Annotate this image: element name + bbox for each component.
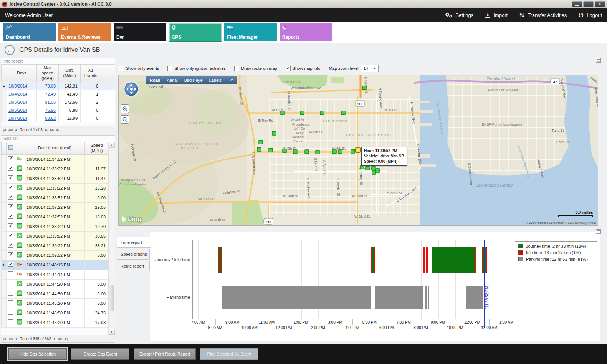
nav-tab-dashboard[interactable]: Dashboard xyxy=(3,23,56,41)
gps-marker[interactable] xyxy=(259,140,263,144)
gps-marker[interactable] xyxy=(320,111,324,115)
gps-row-checkbox[interactable] xyxy=(8,262,13,267)
column-header-datetime[interactable]: Date / hour (local) xyxy=(25,142,85,155)
gps-row-checkbox[interactable] xyxy=(8,243,13,248)
gps-list-row[interactable]: 10/3/2014 11:38:22 PM19.70 xyxy=(2,222,109,231)
chart-maximize-button[interactable] xyxy=(596,229,601,234)
maximize-button[interactable] xyxy=(583,1,594,7)
import-button[interactable]: Import xyxy=(485,12,508,18)
gps-list-row[interactable]: 10/3/2014 11:45:20 PM0.00 xyxy=(2,298,109,308)
gps-row-checkbox[interactable] xyxy=(8,300,13,305)
column-header-max-speed[interactable]: Max speed (MPH) xyxy=(37,65,59,82)
gps-marker[interactable] xyxy=(257,147,261,151)
settings-button[interactable]: Settings xyxy=(444,12,473,18)
day-link[interactable]: 10/6/2014 xyxy=(8,108,27,113)
gps-marker[interactable] xyxy=(305,150,309,154)
checkbox-icon[interactable] xyxy=(119,66,124,71)
close-button[interactable]: × xyxy=(595,1,605,7)
gps-list-row[interactable]: 10/3/2014 11:35:52 PM11.47 xyxy=(2,174,109,183)
map-option-show-map-info[interactable]: Show map info xyxy=(286,66,321,71)
gps-list-row[interactable]: 10/3/2014 11:44:50 PM0.00 xyxy=(2,289,109,298)
day-link[interactable]: 10/4/2014 xyxy=(8,92,27,96)
map-style-aerial-button[interactable]: Aerial xyxy=(167,78,178,83)
max-speed-link[interactable]: 81.05 xyxy=(45,100,56,104)
map-style-road-button[interactable]: Road xyxy=(150,78,160,83)
map-option-show-only-events[interactable]: Show only events xyxy=(119,66,159,71)
gps-marker[interactable] xyxy=(362,86,366,90)
gps-row-checkbox[interactable] xyxy=(8,310,13,315)
map-canvas[interactable]: Crest RdPeck ParkW Summerland AveMirales… xyxy=(119,75,598,226)
gps-row-checkbox[interactable] xyxy=(8,223,13,228)
gps-marker[interactable] xyxy=(372,166,375,170)
gps-marker[interactable] xyxy=(372,170,376,174)
gps-row-checkbox[interactable] xyxy=(8,281,13,286)
pager-next-page-button[interactable]: ▶▶ xyxy=(58,337,62,341)
hide-gps-selection-button[interactable]: Hide Gps Selection xyxy=(8,348,67,360)
column-header-speed[interactable]: Speed (MPH) xyxy=(85,142,109,155)
gps-list-row[interactable]: 10/3/2014 11:39:22 PM33.21 xyxy=(2,241,109,250)
gps-row-checkbox[interactable] xyxy=(8,204,13,209)
gps-row-checkbox[interactable] xyxy=(8,166,13,171)
gps-list-row[interactable]: 10/3/2014 11:37:52 PM18.63 xyxy=(2,212,109,222)
gps-marker[interactable] xyxy=(341,111,345,115)
gps-marker[interactable] xyxy=(376,169,380,172)
minimize-button[interactable] xyxy=(572,1,582,7)
back-button[interactable]: ← xyxy=(5,45,15,55)
tab-speed-graphic[interactable]: Speed graphic xyxy=(117,249,150,260)
gps-marker[interactable] xyxy=(332,150,336,154)
gps-row-checkbox[interactable] xyxy=(8,195,13,200)
export-print-route-report-button[interactable]: Export / Print Route Report xyxy=(134,348,196,360)
pager-last-button[interactable]: ▶| xyxy=(65,337,67,341)
pager-prev-page-button[interactable]: ◀◀ xyxy=(8,128,12,132)
pager-prev-button[interactable]: ◀ xyxy=(15,128,17,132)
max-speed-link[interactable]: 68.62 xyxy=(45,116,56,121)
info-report-row[interactable]: ▶10/3/201478.68142.310 xyxy=(2,82,115,90)
play-selected-x1-event-button[interactable]: Play Selected X1 Event xyxy=(200,348,258,360)
gps-row-checkbox[interactable] xyxy=(8,252,13,257)
gps-list-row[interactable]: 10/3/2014 11:35:22 PM11.97 xyxy=(2,164,109,174)
pager-first-button[interactable]: |◀ xyxy=(3,128,5,132)
checkbox-icon[interactable] xyxy=(286,66,291,71)
checkbox-icon[interactable] xyxy=(234,66,239,71)
gps-row-checkbox[interactable] xyxy=(8,271,13,276)
map-maximize-button[interactable] xyxy=(596,58,601,63)
transfer-activities-button[interactable]: Transfer Activities xyxy=(519,12,567,18)
gps-marker[interactable] xyxy=(316,150,319,154)
gps-marker[interactable] xyxy=(281,111,284,115)
scroll-up-icon[interactable]: ▲ xyxy=(109,142,115,148)
pager-next-button[interactable]: ▶ xyxy=(54,337,56,341)
tab-time-report[interactable]: Time report xyxy=(117,237,151,248)
gps-marker[interactable] xyxy=(272,131,276,135)
nav-tab-fleet-manager[interactable]: Fleet Manager xyxy=(224,23,277,41)
gps-list-row[interactable]: 10/3/2014 11:34:52 PM xyxy=(2,154,109,164)
max-speed-link[interactable]: 78.68 xyxy=(45,84,56,88)
max-speed-link[interactable]: 76.95 xyxy=(45,108,56,113)
nav-tab-events-reviews[interactable]: Events & Reviews xyxy=(58,23,111,41)
gps-list-scrollbar[interactable]: ▲ ▼ xyxy=(108,142,115,335)
nav-tab-dvr[interactable]: Dvr xyxy=(114,23,166,41)
gps-list-row[interactable]: 10/3/2014 11:45:50 PM24.75 xyxy=(2,308,109,318)
info-report-row[interactable]: 10/4/201472.4041.491 xyxy=(2,90,115,98)
logout-button[interactable]: Logout xyxy=(578,12,602,18)
pager-next-button[interactable]: ▶ xyxy=(45,128,47,132)
gps-marker[interactable] xyxy=(300,111,304,115)
gps-marker[interactable] xyxy=(366,166,369,170)
day-link[interactable]: 10/3/2014 xyxy=(8,84,27,88)
map-nav-collapse-button[interactable]: « xyxy=(230,78,233,83)
select-all-checkbox[interactable] xyxy=(8,145,13,150)
gps-list-row[interactable]: 10/3/2014 11:44:14 PM xyxy=(2,270,109,279)
gps-marker[interactable] xyxy=(283,149,286,153)
info-report-row[interactable]: 10/6/201476.955.880 xyxy=(2,106,115,114)
day-link[interactable]: 10/7/2014 xyxy=(8,116,27,121)
column-header-x1-events[interactable]: X1 Events xyxy=(81,65,101,82)
create-gps-event-button[interactable]: Create Gps Event xyxy=(71,348,129,360)
scroll-down-icon[interactable]: ▼ xyxy=(109,329,115,335)
scrollbar-thumb[interactable] xyxy=(109,285,114,311)
gps-row-checkbox[interactable] xyxy=(8,214,13,219)
gps-row-checkbox[interactable] xyxy=(8,175,13,180)
gps-list-row[interactable]: ▶10/3/2014 11:40:15 PM xyxy=(2,260,109,270)
pager-prev-button[interactable]: ◀ xyxy=(15,337,17,341)
nav-tab-gps[interactable]: GPS xyxy=(169,23,222,41)
column-header-dist[interactable]: Dist. (Miles) xyxy=(59,65,81,82)
gps-row-checkbox[interactable] xyxy=(8,156,13,161)
